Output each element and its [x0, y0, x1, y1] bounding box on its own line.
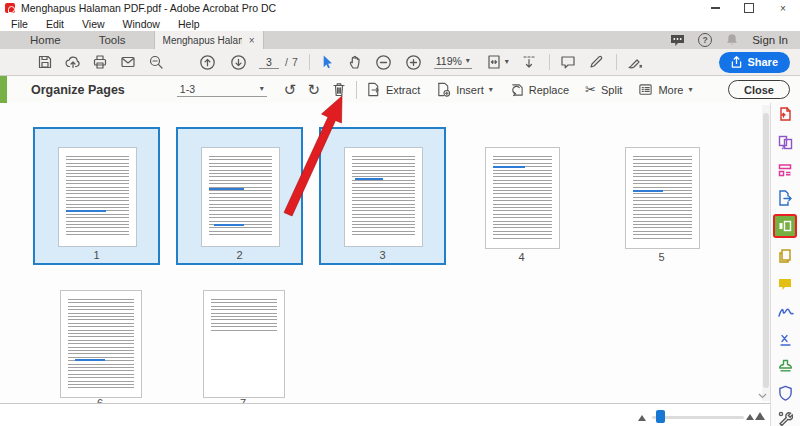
page-number-label: 1 — [35, 249, 158, 261]
vertical-scrollbar[interactable] — [762, 105, 770, 401]
page-thumbnail-4[interactable] — [485, 147, 560, 249]
print-icon[interactable] — [92, 54, 108, 70]
collapse-chevron-icon[interactable] — [758, 393, 767, 399]
tools-sidebar — [770, 103, 800, 426]
insert-button[interactable]: Insert ▾ — [436, 82, 493, 97]
page-number-label: 3 — [321, 249, 444, 261]
page-number-input[interactable]: 3 — [259, 56, 279, 69]
zoom-out-icon[interactable] — [375, 54, 392, 71]
tab-close-icon[interactable]: × — [249, 35, 255, 46]
more-tools[interactable] — [776, 409, 794, 426]
upload-cloud-icon[interactable] — [65, 54, 81, 70]
insert-icon — [436, 82, 451, 97]
scrollbar-thumb[interactable] — [763, 113, 769, 388]
maximize-button[interactable] — [732, 0, 766, 16]
send-for-review-tool[interactable] — [776, 357, 794, 375]
previous-page-icon[interactable] — [199, 54, 216, 71]
organize-divider — [356, 81, 357, 99]
save-icon[interactable] — [37, 54, 53, 70]
tab-tools[interactable]: Tools — [87, 34, 138, 46]
extract-icon — [366, 82, 381, 97]
page-thumbnail-1-selected[interactable]: 1 — [33, 127, 160, 265]
tabbar-right-group: ? Sign In — [670, 33, 788, 47]
select-tool-icon[interactable] — [319, 54, 334, 70]
menu-view[interactable]: View — [73, 18, 114, 30]
share-icon — [731, 56, 742, 68]
more-caret-icon: ▾ — [688, 86, 692, 94]
replace-icon — [509, 82, 524, 97]
request-signatures-tool[interactable] — [776, 330, 794, 348]
slider-handle[interactable] — [656, 410, 665, 423]
fill-sign-tool[interactable] — [776, 303, 794, 321]
page-link-line — [355, 178, 383, 180]
help-icon[interactable]: ? — [698, 33, 712, 47]
comment-tool-sidebar[interactable] — [776, 275, 794, 293]
page-text — [211, 299, 277, 333]
tab-document[interactable]: Menghapus Halam... × — [154, 31, 264, 49]
split-label: Split — [601, 84, 622, 96]
zoom-level-value: 119% — [436, 55, 462, 67]
thumbnail-zoom-out-button[interactable] — [638, 415, 646, 421]
combine-files-tool[interactable] — [776, 133, 794, 151]
menu-file[interactable]: File — [2, 18, 37, 30]
range-caret-icon: ▾ — [260, 85, 264, 93]
copy-pages-tool[interactable] — [776, 247, 794, 265]
email-icon[interactable] — [120, 54, 136, 70]
tab-home[interactable]: Home — [18, 34, 73, 46]
annotation-arrow — [272, 90, 352, 220]
minimize-button[interactable] — [698, 0, 732, 16]
zoom-in-icon[interactable] — [405, 54, 422, 71]
fit-page-icon — [486, 54, 502, 70]
hand-tool-icon[interactable] — [347, 54, 363, 70]
toolbar-divider — [549, 54, 550, 70]
page-text — [68, 299, 134, 389]
next-page-icon[interactable] — [230, 54, 247, 71]
page-preview — [201, 147, 280, 247]
bottom-bar — [0, 403, 771, 426]
insert-label: Insert — [456, 84, 484, 96]
more-button[interactable]: More ▾ — [638, 82, 692, 97]
fill-sign-icon — [777, 305, 794, 319]
organize-pages-tool-active[interactable] — [773, 214, 797, 238]
split-button[interactable]: ✂ Split — [585, 82, 622, 97]
replace-label: Replace — [529, 84, 569, 96]
sign-in-button[interactable]: Sign In — [752, 34, 788, 46]
page-fit-control[interactable]: ▾ — [486, 54, 509, 70]
notifications-comment-icon[interactable] — [670, 34, 685, 47]
share-button[interactable]: Share — [719, 52, 790, 73]
close-window-button[interactable]: × — [766, 0, 800, 16]
page-preview — [344, 147, 423, 247]
page-text — [352, 156, 415, 238]
scroll-mode-icon[interactable] — [521, 54, 537, 70]
page-range-dropdown[interactable]: 1-3 ▾ — [177, 83, 267, 97]
thumbnail-zoom-in-button[interactable] — [746, 412, 765, 420]
sign-tool-icon[interactable] — [627, 54, 644, 70]
page-thumbnail-5[interactable] — [625, 147, 700, 249]
search-icon[interactable] — [148, 54, 164, 70]
page-link-line — [66, 210, 106, 212]
pencil-tool-icon[interactable] — [588, 54, 604, 70]
page-thumbnail-7[interactable] — [203, 290, 285, 398]
combine-files-icon — [777, 134, 794, 151]
create-pdf-icon — [777, 106, 793, 122]
create-pdf-tool[interactable] — [776, 105, 794, 123]
menu-edit[interactable]: Edit — [37, 18, 73, 30]
protect-pdf-tool[interactable] — [776, 384, 794, 402]
thumbnail-size-slider[interactable] — [652, 416, 744, 419]
extract-button[interactable]: Extract — [366, 82, 420, 97]
more-label: More — [658, 84, 683, 96]
page-separator: / — [285, 56, 288, 68]
menu-window[interactable]: Window — [114, 18, 169, 30]
edit-pdf-tool[interactable] — [776, 161, 794, 179]
zoom-level-field[interactable]: 119% ▾ — [434, 55, 472, 69]
title-bar: Menghapus Halaman PDF.pdf - Adobe Acroba… — [0, 0, 800, 16]
export-pdf-tool[interactable] — [776, 189, 794, 207]
replace-button[interactable]: Replace — [509, 82, 569, 97]
menu-help[interactable]: Help — [169, 18, 209, 30]
comment-tool-icon[interactable] — [560, 54, 576, 70]
extract-label: Extract — [386, 84, 420, 96]
bell-icon[interactable] — [725, 33, 739, 47]
page-thumbnail-6[interactable] — [60, 290, 142, 398]
close-tool-button[interactable]: Close — [728, 80, 790, 99]
help-glyph: ? — [703, 35, 708, 45]
